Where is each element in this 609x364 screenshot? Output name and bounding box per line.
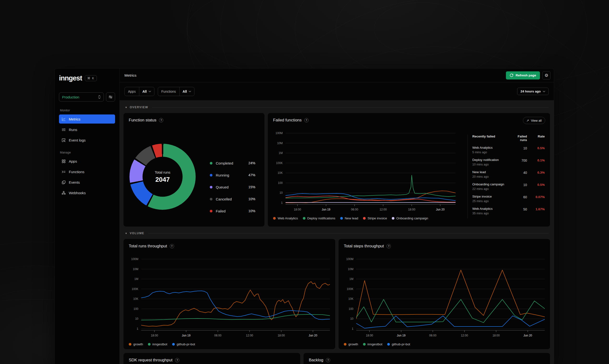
legend-label: github-pr-bot [177, 342, 195, 346]
environment-select[interactable]: Production [59, 92, 104, 102]
failed-fn-name[interactable]: Onboarding campaign [472, 182, 510, 186]
legend-item: growth [129, 342, 143, 346]
sidebar-item-event-logs[interactable]: Event logs [59, 136, 115, 145]
legend-label: Cancelled [216, 197, 249, 201]
help-icon[interactable]: ? [304, 118, 309, 122]
help-icon[interactable]: ? [326, 358, 330, 362]
collapse-caret-icon: ▼ [125, 106, 127, 109]
overview-section-header[interactable]: ▼ OVERVIEW [125, 104, 549, 110]
failed-fn-name[interactable]: Web Analytics [472, 146, 510, 149]
plot-area: 18:00Jun 1906:0012:0018:00Jun 20 [286, 132, 456, 207]
line-chart-svg [141, 258, 330, 332]
x-axis-labels: 18:00Jun 1906:0012:0018:00Jun 20 [356, 334, 545, 338]
gear-icon: ⚙ [544, 73, 548, 78]
refresh-icon [510, 74, 513, 77]
sliders-icon [108, 95, 113, 99]
x-tick-label: Jun 20 [309, 334, 317, 337]
y-tick-label: 10K [278, 171, 283, 175]
section-divider [152, 107, 549, 107]
card-title: Backlog [309, 358, 323, 363]
legend-label: Completed [216, 161, 249, 165]
failure-rate-value: 0.07% [527, 195, 545, 203]
legend-item: New lead [340, 217, 358, 220]
sidebar-item-label: Event logs [69, 138, 86, 142]
failed-fn-name[interactable]: New lead [472, 170, 510, 174]
time-range-select[interactable]: 24 hours ago [517, 88, 549, 95]
legend-item: github-pr-bot [172, 342, 195, 346]
help-icon[interactable]: ? [170, 244, 174, 248]
y-tick-label: 1M [134, 277, 138, 281]
help-icon[interactable]: ? [387, 244, 391, 248]
failed-functions-card: Failed functions ? ↗ View all 100M10M1M1… [268, 113, 550, 227]
section-divider [148, 233, 549, 234]
apps-filter-label: Apps [125, 87, 139, 96]
help-icon[interactable]: ? [175, 358, 179, 362]
legend-item: Failed10% [210, 205, 255, 217]
sidebar-item-functions[interactable]: Functions [59, 167, 115, 176]
backlog-card: Backlog ? [304, 353, 550, 364]
legend-item: Completed24% [210, 157, 255, 169]
table-row[interactable]: Web Analytics35 mins ago 50 1.67% [472, 207, 545, 215]
legend-label: github-pr-bot [392, 342, 410, 346]
sidebar-item-metrics[interactable]: Metrics [59, 115, 115, 124]
sidebar-item-apps[interactable]: Apps [59, 157, 115, 166]
legend-percent: 24% [249, 161, 255, 165]
failed-fn-time: 10 mins ago [472, 163, 510, 166]
donut-center-value: 2047 [155, 176, 170, 183]
functions-icon [61, 169, 66, 174]
function-status-legend: Completed24% Running47% Queued15% Cancel… [210, 157, 255, 217]
refresh-page-button[interactable]: Refresh page [506, 71, 540, 79]
sidebar-item-label: Events [69, 180, 80, 184]
failure-rate-value: 1.67% [527, 207, 545, 215]
x-tick-label: Jun 19 [322, 208, 330, 211]
table-row[interactable]: New lead20 mins ago 40 0.3% [472, 170, 545, 178]
legend-label: Stripe invoice [368, 217, 387, 220]
chart-legend: growthinngestbotgithub-pr-bot [344, 342, 410, 346]
legend-dot [387, 343, 390, 346]
legend-label: Running [216, 173, 249, 177]
volume-section-header[interactable]: ▼ VOLUME [125, 230, 549, 236]
table-row[interactable]: Onboarding campaign22 mins ago 10 0.5% [472, 182, 545, 191]
sidebar-item-webhooks[interactable]: Webhooks [59, 188, 115, 197]
y-axis-labels: 100M10M1M100K10K100101 [273, 132, 284, 207]
app-window: inngest ⌘ K Production Monitor Metrics R… [55, 68, 554, 364]
y-tick-label: 1M [349, 277, 353, 281]
legend-label: New lead [345, 217, 358, 220]
apps-filter-value: All [142, 90, 147, 93]
sidebar-item-events[interactable]: Events [59, 178, 115, 187]
refresh-page-label: Refresh page [515, 74, 536, 77]
failed-fn-name[interactable]: Web Analytics [472, 207, 510, 210]
legend-dot [210, 162, 212, 165]
section-label: OVERVIEW [130, 106, 148, 109]
apps-filter[interactable]: Apps All [125, 87, 154, 96]
table-divider [468, 135, 468, 218]
table-row[interactable]: Web Analytics5 mins ago 10 0.5% [472, 146, 545, 154]
failed-fn-name[interactable]: Deploy notification [472, 158, 510, 162]
table-row[interactable]: Stripe invoice25 mins ago 60 0.07% [472, 195, 545, 203]
view-all-button[interactable]: ↗ View all [523, 117, 545, 124]
sdk-request-throughput-card: SDK request throughput ? [124, 353, 300, 364]
sidebar-item-runs[interactable]: Runs [59, 125, 115, 134]
legend-item: Onboarding campaign [392, 217, 428, 220]
x-tick-label: 06:00 [351, 208, 358, 211]
y-tick-label: 100 [134, 307, 138, 311]
y-tick-label: 10 [350, 317, 353, 320]
command-k-shortcut-badge[interactable]: ⌘ K [85, 75, 97, 81]
view-all-label: View all [531, 119, 542, 122]
total-runs-chart: 100M10M1M100K10K100101 18:00Jun 1906:001… [129, 258, 330, 347]
y-tick-label: 100 [278, 181, 283, 185]
settings-button[interactable]: ⚙ [542, 71, 551, 79]
y-tick-label: 10M [133, 268, 138, 271]
sidebar-item-label: Apps [69, 159, 77, 163]
chevron-down-icon [543, 91, 545, 92]
table-row[interactable]: Deploy notification10 mins ago 700 0.1% [472, 158, 545, 166]
events-windows-icon [61, 180, 66, 184]
y-tick-label: 100 [349, 307, 353, 311]
line-chart-svg [286, 132, 456, 207]
failed-fn-name[interactable]: Stripe invoice [472, 195, 510, 198]
functions-filter[interactable]: Functions All [158, 87, 195, 96]
legend-item: Cancelled10% [210, 193, 255, 205]
environment-filter-button[interactable] [106, 92, 115, 102]
help-icon[interactable]: ? [159, 118, 163, 122]
webhooks-nodes-icon [61, 191, 66, 195]
